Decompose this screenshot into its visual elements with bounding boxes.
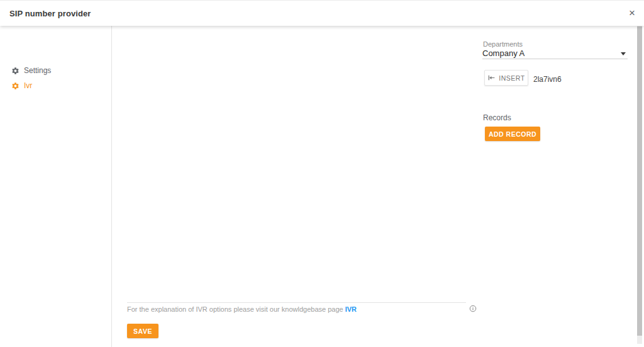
footer-note: For the explanation of IVR options pleas… (127, 305, 357, 313)
save-button[interactable]: SAVE (127, 324, 158, 338)
sip-number-provider-dialog: SIP number provider × Settings Ivr Depar… (0, 0, 644, 347)
footer-divider (127, 302, 466, 303)
records-label: Records (483, 113, 511, 122)
footer-note-text: For the explanation of IVR options pleas… (127, 305, 345, 313)
gear-icon (11, 67, 19, 75)
insert-cursor-icon (487, 74, 496, 82)
sidebar-item-settings[interactable]: Settings (0, 65, 111, 76)
sidebar: Settings Ivr (0, 26, 112, 347)
add-record-button[interactable]: ADD RECORD (485, 127, 540, 141)
insert-code-value: 2la7ivn6 (533, 75, 562, 84)
chevron-down-icon (621, 52, 626, 55)
gear-icon (11, 82, 19, 90)
dialog-header: SIP number provider × (0, 0, 644, 26)
sidebar-item-label: Settings (24, 66, 51, 75)
info-icon[interactable] (469, 305, 477, 312)
departments-selected-value: Company A (482, 48, 628, 58)
sidebar-item-ivr[interactable]: Ivr (0, 80, 111, 91)
insert-button[interactable]: INSERT (484, 70, 528, 86)
insert-button-label: INSERT (499, 74, 525, 82)
close-icon[interactable]: × (625, 6, 639, 20)
sidebar-item-label: Ivr (24, 81, 32, 90)
departments-select[interactable]: Company A (482, 48, 628, 59)
ivr-knowledgebase-link[interactable]: IVR (345, 305, 357, 313)
page-title: SIP number provider (9, 1, 91, 26)
departments-label: Departments (483, 40, 523, 48)
scrollbar-thumb[interactable] (637, 26, 642, 336)
